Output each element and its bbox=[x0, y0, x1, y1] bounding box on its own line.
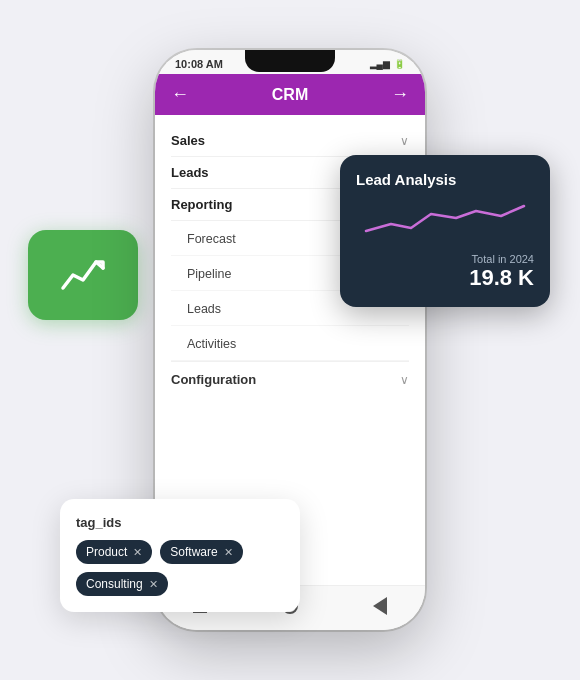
menu-label-leads-top: Leads bbox=[171, 165, 209, 180]
menu-label-pipeline: Pipeline bbox=[187, 267, 231, 281]
lead-card-title: Lead Analysis bbox=[356, 171, 534, 188]
tags-container: Product ✕ Software ✕ Consulting ✕ bbox=[76, 540, 284, 596]
status-time: 10:08 AM bbox=[175, 58, 223, 70]
tag-chip-software-label: Software bbox=[170, 545, 217, 559]
tag-chip-product[interactable]: Product ✕ bbox=[76, 540, 152, 564]
menu-item-sales[interactable]: Sales ∨ bbox=[171, 125, 409, 157]
tag-ids-card: tag_ids Product ✕ Software ✕ Consulting … bbox=[60, 499, 300, 612]
forward-button[interactable]: → bbox=[391, 84, 409, 105]
menu-item-activities[interactable]: Activities bbox=[171, 326, 409, 361]
back-button[interactable]: ← bbox=[171, 84, 189, 105]
chevron-sales: ∨ bbox=[400, 134, 409, 148]
menu-item-configuration[interactable]: Configuration ∨ bbox=[171, 361, 409, 397]
lead-card-value: 19.8 K bbox=[356, 265, 534, 291]
tag-chip-product-remove[interactable]: ✕ bbox=[133, 546, 142, 559]
signal-icon: ▂▄▆ bbox=[370, 59, 390, 69]
lead-card-subtitle: Total in 2024 bbox=[356, 253, 534, 265]
menu-label-sales: Sales bbox=[171, 133, 205, 148]
nav-triangle-icon bbox=[373, 597, 387, 615]
chevron-config: ∨ bbox=[400, 373, 409, 387]
menu-label-reporting: Reporting bbox=[171, 197, 232, 212]
status-icons: ▂▄▆ 🔋 bbox=[370, 59, 405, 69]
header-title: CRM bbox=[189, 86, 391, 104]
menu-label-forecast: Forecast bbox=[187, 232, 236, 246]
tag-chip-product-label: Product bbox=[86, 545, 127, 559]
menu-label-activities: Activities bbox=[187, 337, 236, 351]
nav-recent-button[interactable] bbox=[370, 596, 390, 616]
menu-label-leads-sub: Leads bbox=[187, 302, 221, 316]
lead-card-chart bbox=[356, 196, 534, 245]
lead-analysis-card: Lead Analysis Total in 2024 19.8 K bbox=[340, 155, 550, 307]
phone-notch bbox=[245, 50, 335, 72]
tag-chip-consulting-label: Consulting bbox=[86, 577, 143, 591]
wifi-icon: 🔋 bbox=[394, 59, 405, 69]
tag-chip-software[interactable]: Software ✕ bbox=[160, 540, 242, 564]
tag-chip-consulting-remove[interactable]: ✕ bbox=[149, 578, 158, 591]
chart-up-icon bbox=[58, 250, 108, 300]
phone-header: ← CRM → bbox=[155, 74, 425, 115]
tag-ids-label: tag_ids bbox=[76, 515, 284, 530]
tag-chip-software-remove[interactable]: ✕ bbox=[224, 546, 233, 559]
green-analytics-card bbox=[28, 230, 138, 320]
scene: Lead Analysis Total in 2024 19.8 K tag_i… bbox=[0, 0, 580, 680]
tag-chip-consulting[interactable]: Consulting ✕ bbox=[76, 572, 168, 596]
menu-label-configuration: Configuration bbox=[171, 372, 256, 387]
